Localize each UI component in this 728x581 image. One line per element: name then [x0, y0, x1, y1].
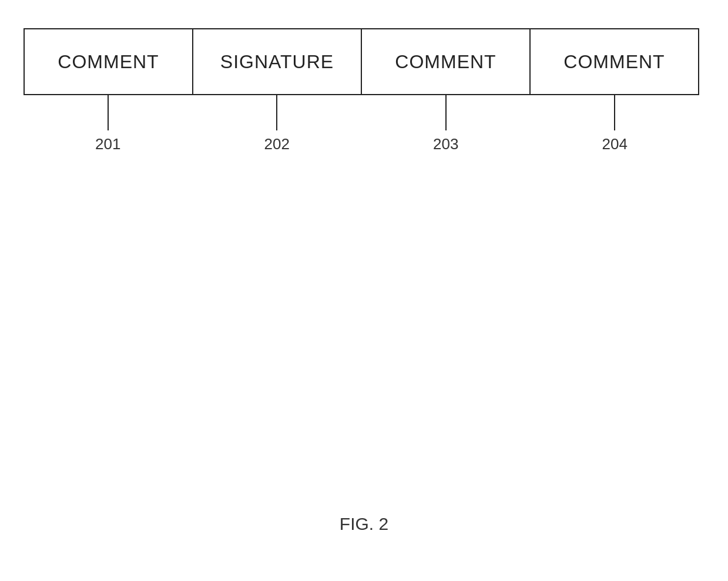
- box-label-203: COMMENT: [395, 51, 496, 73]
- connector-line-203: [445, 95, 447, 130]
- box-comment-201: COMMENT: [25, 29, 193, 94]
- connector-204: 204: [531, 95, 700, 153]
- box-label-202: SIGNATURE: [220, 51, 334, 73]
- boxes-row: COMMENT SIGNATURE COMMENT COMMENT: [24, 28, 699, 95]
- box-signature-202: SIGNATURE: [193, 29, 362, 94]
- connector-201: 201: [24, 95, 193, 153]
- connector-203: 203: [361, 95, 531, 153]
- diagram-container: COMMENT SIGNATURE COMMENT COMMENT 201 20…: [18, 28, 710, 153]
- connector-number-201: 201: [95, 135, 120, 153]
- connector-number-202: 202: [264, 135, 290, 153]
- box-comment-203: COMMENT: [362, 29, 531, 94]
- box-comment-204: COMMENT: [531, 29, 698, 94]
- figure-label: FIG. 2: [340, 514, 388, 534]
- box-label-204: COMMENT: [563, 51, 665, 73]
- connector-202: 202: [193, 95, 362, 153]
- connector-line-204: [614, 95, 615, 130]
- connector-number-204: 204: [602, 135, 628, 153]
- connector-line-202: [276, 95, 277, 130]
- connector-line-201: [108, 95, 109, 130]
- connector-number-203: 203: [433, 135, 458, 153]
- box-label-201: COMMENT: [58, 51, 159, 73]
- connectors-row: 201 202 203 204: [24, 95, 699, 153]
